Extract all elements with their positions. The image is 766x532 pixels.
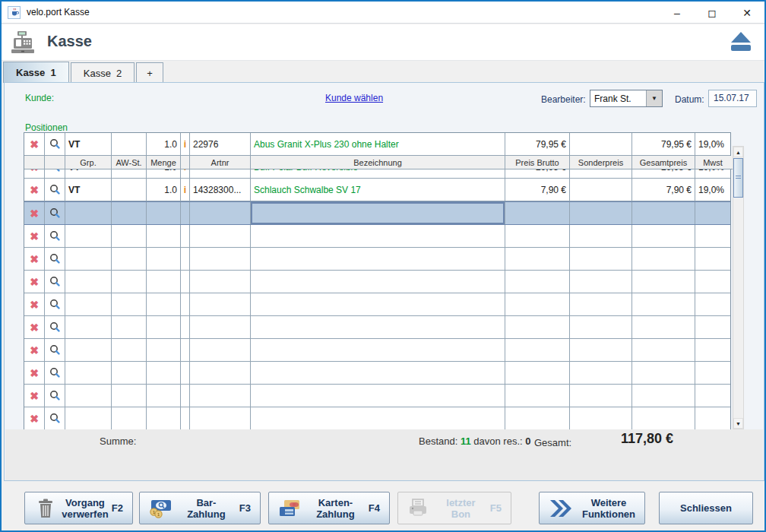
cell-x[interactable]: ✖	[24, 407, 45, 429]
table-row[interactable]: ✖	[24, 225, 730, 248]
delete-row-icon[interactable]: ✖	[30, 276, 39, 288]
delete-row-icon[interactable]: ✖	[30, 230, 39, 242]
cell-x[interactable]: ✖	[24, 248, 45, 270]
cell-gesamtpreis	[632, 225, 695, 247]
delete-row-icon[interactable]: ✖	[30, 413, 39, 425]
table-row[interactable]: ✖	[24, 316, 730, 339]
bearbeiter-select[interactable]: Frank St. ▼	[590, 90, 663, 107]
search-row-icon[interactable]	[49, 367, 61, 379]
table-row[interactable]: ✖	[24, 271, 730, 293]
cell-x[interactable]: ✖	[24, 225, 45, 247]
vorgang-verwerfen-button[interactable]: VorgangverwerfenF2	[24, 492, 133, 524]
column-header-Bezeichnung: Bezeichnung	[251, 156, 505, 169]
weitere-funktionen-button[interactable]: WeitereFunktionen	[539, 492, 645, 524]
table-row[interactable]: ✖	[24, 385, 730, 407]
kasse-panel: Kunde: Kunde wählen Bearbeiter: Frank St…	[4, 82, 764, 481]
delete-row-icon[interactable]: ✖	[30, 184, 39, 196]
delete-row-icon[interactable]: ✖	[30, 299, 39, 311]
scroll-up-icon[interactable]: ▲	[733, 147, 743, 157]
delete-row-icon[interactable]: ✖	[30, 207, 39, 220]
cell-mag[interactable]	[45, 293, 65, 315]
cell-mag[interactable]	[45, 362, 65, 384]
hotkey-label: F5	[490, 502, 502, 514]
search-row-icon[interactable]	[49, 253, 61, 265]
cell-info	[181, 339, 190, 361]
table-row[interactable]: ✖	[24, 248, 730, 271]
search-row-icon[interactable]	[49, 184, 61, 196]
cell-bezeichnung	[251, 407, 505, 429]
cell-artnr	[190, 339, 251, 361]
cell-mag[interactable]	[45, 202, 65, 224]
cell-mag[interactable]	[45, 179, 65, 201]
delete-row-icon[interactable]: ✖	[30, 367, 39, 379]
vertical-scrollbar[interactable]: ▲ ▼	[733, 146, 744, 429]
cell-x[interactable]: ✖	[24, 179, 45, 201]
positions-table: Grp.AW-St.MengeArtnrBezeichnungPreis Bru…	[24, 132, 744, 429]
table-row[interactable]: ✖	[24, 407, 730, 429]
cell-mag[interactable]	[45, 133, 65, 155]
gesamt-value: 117,80 €	[567, 431, 673, 447]
kunde-waehlen-link[interactable]: Kunde wählen	[325, 93, 383, 103]
search-row-icon[interactable]	[49, 321, 61, 334]
cell-bezeichnung: Abus Granit X-Plus 230 ohne Halter	[251, 133, 505, 155]
tab-kasse-1[interactable]: Kasse 1	[3, 62, 69, 83]
cell-x[interactable]: ✖	[24, 202, 45, 224]
cell-preis_brutto	[505, 225, 570, 247]
scroll-down-icon[interactable]: ▼	[733, 418, 743, 429]
column-header-Artnr: Artnr	[190, 156, 251, 169]
search-row-icon[interactable]	[49, 230, 61, 242]
delete-row-icon[interactable]: ✖	[30, 344, 39, 356]
search-row-icon[interactable]	[49, 390, 61, 402]
cell-x[interactable]: ✖	[24, 271, 45, 293]
cell-x[interactable]: ✖	[24, 339, 45, 361]
eject-button[interactable]	[726, 27, 755, 56]
letzter-bon-button: letzterBonF5	[397, 492, 511, 524]
table-row[interactable]: ✖VT1.0i14328300...Schlauch Schwalbe SV 1…	[24, 179, 730, 201]
karten-zahlung-button[interactable]: Karten-ZahlungF4	[268, 492, 390, 524]
delete-row-icon[interactable]: ✖	[30, 390, 39, 402]
chevron-down-icon[interactable]: ▼	[646, 90, 662, 106]
minimize-icon[interactable]: –	[660, 2, 695, 24]
cell-x[interactable]: ✖	[24, 385, 45, 407]
search-row-icon[interactable]	[49, 299, 61, 311]
cell-x[interactable]: ✖	[24, 133, 45, 155]
search-row-icon[interactable]	[49, 413, 61, 425]
tab-add[interactable]: +	[136, 62, 163, 83]
table-row[interactable]: ✖	[24, 339, 730, 362]
cell-x[interactable]: ✖	[24, 293, 45, 315]
cell-mag[interactable]	[45, 339, 65, 361]
app-window: velo.port Kasse – ◻ ✕ Kasse	[0, 0, 766, 532]
cell-mag[interactable]	[45, 225, 65, 247]
table-row[interactable]: ✖VT1.0i22976Abus Granit X-Plus 230 ohne …	[24, 133, 730, 156]
search-row-icon[interactable]	[49, 276, 61, 288]
close-icon[interactable]: ✕	[730, 2, 764, 24]
cell-x[interactable]: ✖	[24, 362, 45, 384]
datum-field[interactable]: 15.07.17	[708, 90, 757, 107]
button-label: Karten-Zahlung	[302, 497, 369, 520]
maximize-icon[interactable]: ◻	[695, 2, 730, 24]
cell-mag[interactable]	[45, 407, 65, 429]
table-row[interactable]: ✖	[24, 362, 730, 385]
tab-kasse-2[interactable]: Kasse 2	[71, 62, 135, 83]
cell-gesamtpreis	[632, 362, 695, 384]
search-row-icon[interactable]	[49, 207, 61, 220]
search-row-icon[interactable]	[49, 344, 61, 356]
schliessen-button[interactable]: Schliessen	[659, 492, 753, 524]
bar-zahlung-button[interactable]: 11Bar-ZahlungF3	[139, 492, 261, 524]
cell-sonderpreis	[570, 316, 632, 338]
cell-mag[interactable]	[45, 385, 65, 407]
datum-label: Datum:	[675, 94, 704, 105]
cell-grp	[65, 407, 112, 429]
cell-gesamtpreis	[632, 271, 695, 293]
delete-row-icon[interactable]: ✖	[30, 253, 39, 265]
delete-row-icon[interactable]: ✖	[30, 321, 39, 334]
cell-mag[interactable]	[45, 316, 65, 338]
scrollbar-thumb[interactable]	[733, 158, 743, 198]
table-row[interactable]: ✖	[24, 293, 730, 316]
search-row-icon[interactable]	[49, 138, 61, 150]
cell-mag[interactable]	[45, 271, 65, 293]
delete-row-icon[interactable]: ✖	[30, 138, 39, 150]
table-row-selected[interactable]: ✖	[24, 201, 730, 225]
cell-mag[interactable]	[45, 248, 65, 270]
cell-x[interactable]: ✖	[24, 316, 45, 338]
